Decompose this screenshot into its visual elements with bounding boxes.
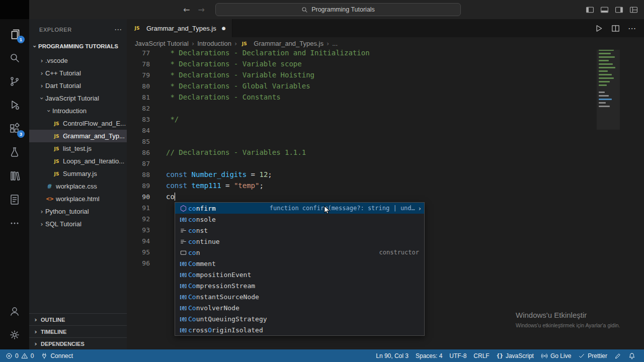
suggestion-compositionevent[interactable]: [@]CompositionEvent (175, 269, 424, 280)
code-line-89[interactable]: 89const temp111 = "temp"; (127, 180, 595, 191)
more-actions-icon[interactable]: ⋯ (114, 25, 122, 34)
minimap-mark (599, 95, 609, 97)
status-encoding[interactable]: UTF-8 (446, 349, 470, 362)
status-edit[interactable] (611, 349, 625, 362)
panel-timeline[interactable]: ›TIMELINE (29, 325, 127, 337)
suggestion-constantsourcenode[interactable]: [@]ConstantSourceNode (175, 291, 424, 302)
suggestion-con[interactable]: conconstructor (175, 247, 424, 258)
workspace-section-header[interactable]: › PROGRAMMING TUTORIALS (29, 40, 127, 52)
breadcrumb-item-introduction[interactable]: Introduction (197, 40, 231, 47)
code-line-83[interactable]: 83 */ (127, 114, 595, 125)
suggestion-countqueuingstrategy[interactable]: [@]CountQueuingStrategy (175, 313, 424, 324)
suggestion-crossoriginisolated[interactable]: [@]crossOriginIsolated (175, 324, 424, 335)
panel-outline[interactable]: ›OUTLINE (29, 313, 127, 325)
toggle-secondary-sidebar-icon[interactable] (615, 6, 623, 14)
code-line-78[interactable]: 78 * Declarations - Variable scope (127, 58, 595, 69)
command-center-search[interactable]: Programming Tutorials (215, 3, 461, 16)
activity-source-control-icon[interactable] (0, 69, 29, 93)
run-button[interactable] (594, 24, 603, 33)
suggestion-expand-icon[interactable]: › (419, 205, 421, 212)
activity-account-icon[interactable] (0, 299, 29, 323)
panel-dependencies[interactable]: ›DEPENDENCIES (29, 337, 127, 349)
nav-back-icon[interactable]: ← (183, 5, 190, 15)
tree-item-loops-and-iteratio[interactable]: JSLoops_and_Iteratio... (29, 155, 127, 167)
breadcrumb-item-javascript-tutorial[interactable]: JavaScript Tutorial (135, 40, 189, 47)
activity-notebook-icon[interactable] (0, 188, 29, 211)
code-line-80[interactable]: 80 * Declarations - Global Variables (127, 80, 595, 92)
split-editor-icon[interactable] (611, 24, 620, 33)
code-line-79[interactable]: 79 * Declarations - Variable Hoisting (127, 69, 595, 80)
suggest-widget: confirmfunction confirm(message?: string… (175, 202, 425, 336)
minimap-slider[interactable] (597, 49, 620, 130)
suggestion-continue[interactable]: continue (175, 236, 424, 247)
activity-run-debug-icon[interactable] (0, 93, 29, 117)
status-indentation[interactable]: Spaces: 4 (412, 349, 446, 362)
breadcrumb-item-[interactable]: ... (332, 40, 338, 47)
status-go-live[interactable]: Go Live (537, 349, 575, 362)
code-line-84[interactable]: 84 (127, 125, 595, 136)
tree-item-label: Introduction (52, 107, 87, 115)
status-label: Prettier (588, 352, 607, 359)
minimap-mark (599, 106, 610, 107)
activity-settings-icon[interactable] (0, 323, 29, 346)
toggle-primary-sidebar-icon[interactable] (586, 6, 594, 14)
activity-more-icon[interactable] (0, 211, 29, 235)
status-cursor-position[interactable]: Ln 90, Col 3 (372, 349, 412, 362)
tree-item-vscode[interactable]: ›.vscode (29, 54, 127, 67)
code-line-85[interactable]: 85 (127, 136, 595, 147)
js-file-icon: JS (52, 121, 61, 126)
activity-search-icon[interactable] (0, 46, 29, 69)
status-notifications[interactable] (625, 349, 639, 362)
editor-more-icon[interactable]: ⋯ (628, 24, 636, 33)
breadcrumb-item-grammar-and-types-js[interactable]: Grammar_and_Types.js (254, 40, 324, 47)
suggestion-comment[interactable]: [@]Comment (175, 258, 424, 269)
tree-item-list-test-js[interactable]: JSlist_test.js (29, 142, 127, 155)
modified-dot-icon[interactable]: ● (222, 26, 226, 31)
status-label: JavaScript (506, 352, 534, 359)
minimap[interactable] (597, 49, 620, 331)
status-language-mode[interactable]: {}JavaScript (493, 349, 537, 362)
toggle-panel-icon[interactable] (600, 6, 609, 14)
tree-item-workplace-html[interactable]: <>workplace.html (29, 193, 127, 205)
code-line-86[interactable]: 86// Declarations - Variables 1.1.1 (127, 147, 595, 158)
code-line-81[interactable]: 81 * Declarations - Constants (127, 92, 595, 103)
code-line-87[interactable]: 87 (127, 158, 595, 169)
tree-item-label: Python_tutorial (45, 208, 89, 215)
sidebar-panels: ›OUTLINE›TIMELINE›DEPENDENCIES (29, 313, 127, 349)
line-number: 81 (127, 94, 150, 101)
status-eol[interactable]: CRLF (470, 349, 493, 362)
check-icon (578, 352, 585, 359)
line-number: 96 (127, 259, 150, 267)
tab-grammar-and-types[interactable]: JS Grammar_and_Types.js ● (127, 19, 232, 37)
tree-item-introduction[interactable]: ›Introduction (29, 105, 127, 117)
customize-layout-icon[interactable] (629, 6, 638, 14)
sqltools-connect-button[interactable]: Connect (37, 349, 76, 362)
activity-explorer-icon[interactable]: 1 (0, 22, 29, 46)
nav-forward-icon[interactable]: → (198, 5, 204, 15)
suggestion-convolvernode[interactable]: [@]ConvolverNode (175, 302, 424, 313)
tree-item-summary-js[interactable]: JSSummary.js (29, 167, 127, 180)
suggestion-const[interactable]: const (175, 225, 424, 236)
problems-indicator[interactable]: 0 0 (2, 349, 37, 362)
tree-item-c-tutorial[interactable]: ›C++ Tutorial (29, 67, 127, 79)
suggestion-compressionstream[interactable]: [@]CompressionStream (175, 280, 424, 291)
tree-item-controlflow-and-e[interactable]: JSControlFlow_and_E... (29, 117, 127, 130)
tree-item-python-tutorial[interactable]: ›Python_tutorial (29, 205, 127, 218)
code-line-88[interactable]: 88const Number_digits = 12; (127, 169, 595, 180)
status-prettier[interactable]: Prettier (575, 349, 611, 362)
tree-item-workplace-css[interactable]: #workplace.css (29, 180, 127, 193)
tree-item-javascript-tutorial[interactable]: ›JavaScript Tutorial (29, 92, 127, 105)
tree-item-grammar-and-typ[interactable]: JSGrammar_and_Typ... (29, 130, 127, 142)
activity-testing-icon[interactable] (0, 140, 29, 164)
code-line-82[interactable]: 82 (127, 103, 595, 114)
workspace-name: PROGRAMMING TUTORIALS (38, 43, 118, 49)
tree-item-sql-tutorial[interactable]: ›SQL Tutorial (29, 218, 127, 230)
suggestion-confirm[interactable]: confirmfunction confirm(message?: string… (175, 203, 424, 214)
activity-library-icon[interactable] (0, 164, 29, 188)
suggestion-console[interactable]: [@]console (175, 214, 424, 225)
code-text: * Declarations - Constants (166, 93, 281, 101)
js-file-icon: JS (240, 41, 249, 46)
code-line-90[interactable]: 90co (127, 191, 595, 202)
activity-extensions-icon[interactable]: 3 (0, 117, 29, 140)
tree-item-dart-tutorial[interactable]: ›Dart Tutorial (29, 79, 127, 92)
